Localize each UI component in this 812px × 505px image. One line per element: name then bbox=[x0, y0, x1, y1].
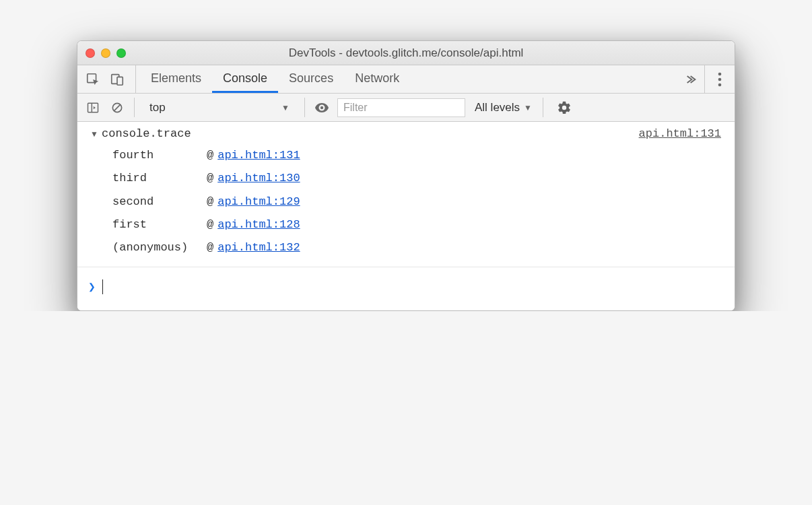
devtools-window: DevTools - devtools.glitch.me/console/ap… bbox=[77, 40, 735, 311]
trace-at: @ bbox=[207, 236, 213, 259]
window-title: DevTools - devtools.glitch.me/console/ap… bbox=[77, 46, 735, 60]
trace-fn: fourth bbox=[112, 144, 207, 167]
trace-label: console.trace bbox=[102, 127, 191, 140]
chevron-down-icon: ▼ bbox=[281, 103, 290, 112]
trace-fn: second bbox=[112, 191, 207, 213]
prompt-caret-icon: ❯ bbox=[88, 279, 96, 294]
toolbar-separator bbox=[543, 98, 543, 117]
log-levels-label: All levels bbox=[475, 101, 520, 114]
trace-row: third @ api.html:130 bbox=[112, 167, 735, 190]
tab-network[interactable]: Network bbox=[344, 65, 410, 93]
main-toolbar: Elements Console Sources Network bbox=[77, 65, 735, 94]
minimize-window-button[interactable] bbox=[101, 48, 110, 58]
svg-rect-2 bbox=[117, 77, 123, 85]
tab-console[interactable]: Console bbox=[212, 65, 278, 93]
panel-tabs: Elements Console Sources Network bbox=[136, 65, 675, 93]
toolbar-separator bbox=[134, 98, 135, 117]
window-titlebar: DevTools - devtools.glitch.me/console/ap… bbox=[77, 41, 735, 65]
customize-menu-icon[interactable] bbox=[705, 65, 735, 93]
svg-point-5 bbox=[718, 83, 722, 86]
trace-fn: (anonymous) bbox=[112, 236, 207, 259]
trace-header: ▼ console.trace api.html:131 bbox=[77, 126, 735, 141]
svg-point-4 bbox=[718, 77, 722, 81]
trace-row: first @ api.html:128 bbox=[112, 213, 735, 236]
more-tabs-icon[interactable] bbox=[675, 65, 705, 93]
trace-at: @ bbox=[207, 191, 213, 213]
toolbar-left-icons bbox=[84, 65, 136, 93]
execution-context-select[interactable]: top ▼ bbox=[143, 98, 296, 117]
execution-context-label: top bbox=[149, 101, 166, 114]
trace-at: @ bbox=[207, 167, 213, 190]
trace-link[interactable]: api.html:130 bbox=[217, 167, 300, 190]
filter-input[interactable] bbox=[337, 98, 465, 117]
trace-fn: third bbox=[112, 167, 207, 190]
zoom-window-button[interactable] bbox=[116, 48, 126, 58]
svg-rect-6 bbox=[88, 103, 98, 112]
tab-sources[interactable]: Sources bbox=[278, 65, 344, 93]
clear-console-icon[interactable] bbox=[108, 99, 126, 116]
trace-fn: first bbox=[112, 213, 207, 236]
text-cursor bbox=[102, 279, 104, 294]
trace-link[interactable]: api.html:129 bbox=[217, 191, 300, 213]
trace-header-left: ▼ console.trace bbox=[90, 127, 191, 140]
svg-point-10 bbox=[320, 106, 323, 108]
console-toolbar: top ▼ All levels ▼ bbox=[77, 94, 735, 122]
trace-at: @ bbox=[207, 144, 213, 167]
trace-link[interactable]: api.html:132 bbox=[217, 236, 300, 259]
trace-link[interactable]: api.html:131 bbox=[217, 144, 300, 167]
svg-line-9 bbox=[114, 104, 120, 110]
device-toolbar-icon[interactable] bbox=[108, 71, 126, 88]
trace-stack: fourth @ api.html:131 third @ api.html:1… bbox=[77, 141, 735, 267]
tab-elements[interactable]: Elements bbox=[140, 65, 212, 93]
trace-link[interactable]: api.html:128 bbox=[217, 213, 300, 236]
traffic-lights bbox=[86, 48, 126, 58]
log-levels-select[interactable]: All levels ▼ bbox=[472, 101, 535, 114]
close-window-button[interactable] bbox=[86, 48, 95, 58]
trace-row: second @ api.html:129 bbox=[112, 191, 735, 213]
trace-at: @ bbox=[207, 213, 213, 236]
toolbar-separator bbox=[304, 98, 305, 117]
trace-row: (anonymous) @ api.html:132 bbox=[112, 236, 735, 259]
console-settings-icon[interactable] bbox=[554, 100, 574, 115]
toggle-console-sidebar-icon[interactable] bbox=[84, 99, 102, 116]
console-prompt[interactable]: ❯ bbox=[77, 267, 735, 306]
svg-point-3 bbox=[718, 72, 722, 75]
inspect-element-icon[interactable] bbox=[84, 71, 102, 88]
disclosure-triangle-icon[interactable]: ▼ bbox=[90, 129, 99, 139]
live-expression-icon[interactable] bbox=[313, 99, 331, 116]
chevron-down-icon: ▼ bbox=[524, 103, 532, 112]
console-output: ▼ console.trace api.html:131 fourth @ ap… bbox=[77, 122, 735, 310]
trace-row: fourth @ api.html:131 bbox=[112, 144, 735, 167]
trace-source-link[interactable]: api.html:131 bbox=[639, 127, 721, 140]
